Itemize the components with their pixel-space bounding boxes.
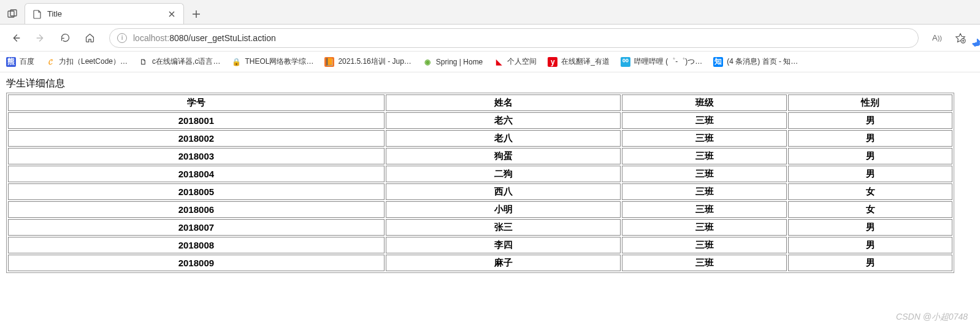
bookmark-label: 哔哩哔哩 (゜-゜)つ… — [634, 56, 702, 67]
browser-nav-bar: i localhost:8080/user_getStuList.action … — [0, 25, 980, 52]
page-title: 学生详细信息 — [6, 77, 974, 90]
bookmark-label: THEOL网络教学综… — [245, 56, 313, 67]
bookmark-favicon-icon: ◉ — [423, 57, 432, 67]
bookmark-label: 个人空间 — [507, 56, 537, 67]
table-cell: 小明 — [386, 201, 621, 218]
bookmark-item[interactable]: 知(4 条消息) 首页 - 知… — [713, 56, 798, 67]
url-text: localhost:8080/user_getStuList.action — [133, 33, 911, 43]
table-cell: 三班 — [622, 112, 787, 129]
bookmark-favicon-icon: 知 — [713, 57, 723, 67]
table-header-cell: 班级 — [622, 94, 787, 111]
table-row: 2018001老六三班男 — [8, 112, 952, 129]
table-cell: 三班 — [622, 219, 787, 236]
table-cell: 二狗 — [386, 166, 621, 182]
table-cell: 男 — [788, 219, 953, 236]
table-cell: 三班 — [622, 237, 787, 253]
table-cell: 老八 — [386, 130, 621, 147]
favorites-button[interactable] — [951, 28, 970, 48]
back-button[interactable] — [5, 27, 27, 49]
table-cell: 2018003 — [8, 148, 385, 164]
table-row: 2018007张三三班男 — [8, 219, 952, 236]
table-cell: 2018008 — [8, 237, 385, 253]
table-cell: 2018007 — [8, 219, 385, 236]
table-cell: 男 — [788, 255, 953, 271]
table-cell: 李四 — [386, 237, 621, 253]
bookmark-favicon-icon: 📙 — [324, 57, 334, 67]
table-header-cell: 性别 — [788, 94, 953, 111]
table-cell: 男 — [788, 166, 953, 182]
bookmark-item[interactable]: 熊百度 — [6, 56, 34, 67]
tab-overview-button[interactable] — [0, 4, 25, 24]
bookmark-favicon-icon: ⁰⁰ — [621, 57, 630, 67]
home-button[interactable] — [78, 27, 101, 49]
site-info-icon[interactable]: i — [117, 33, 127, 43]
bookmark-item[interactable]: ⁰⁰哔哩哔哩 (゜-゜)つ… — [621, 56, 702, 67]
bookmark-label: Spring | Home — [436, 58, 483, 66]
table-cell: 男 — [788, 130, 953, 147]
table-cell: 男 — [788, 237, 953, 253]
bookmark-label: c在线编译器,c语言… — [152, 56, 220, 67]
table-row: 2018005西八三班女 — [8, 183, 952, 200]
table-cell: 老六 — [386, 112, 621, 129]
bookmark-item[interactable]: ◣个人空间 — [494, 56, 537, 67]
table-cell: 2018005 — [8, 183, 385, 200]
table-cell: 2018001 — [8, 112, 385, 129]
bookmark-label: (4 条消息) 首页 - 知… — [727, 56, 798, 67]
table-cell: 女 — [788, 183, 953, 200]
bookmark-label: 在线翻译_有道 — [561, 56, 610, 67]
table-row: 2018008李四三班男 — [8, 237, 952, 253]
bookmark-label: 百度 — [20, 56, 34, 67]
tab-close-button[interactable] — [166, 9, 177, 20]
bookmark-item[interactable]: 🔒THEOL网络教学综… — [231, 56, 313, 67]
table-cell: 2018004 — [8, 166, 385, 182]
watermark: CSDN @小超0748 — [896, 312, 968, 323]
student-table: 学号姓名班级性别 2018001老六三班男2018002老八三班男2018003… — [6, 93, 954, 273]
bookmark-favicon-icon: 𝓒 — [45, 57, 55, 67]
table-cell: 男 — [788, 148, 953, 164]
bookmark-item[interactable]: 𝓒力扣（LeetCode）… — [45, 56, 128, 67]
bookmark-item[interactable]: y在线翻译_有道 — [548, 56, 610, 67]
refresh-button[interactable] — [54, 27, 76, 49]
bookmark-label: 2021.5.16培训 - Jup… — [338, 56, 411, 67]
sidebar-peek-icon[interactable] — [971, 31, 980, 55]
bookmark-favicon-icon: 🗋 — [139, 57, 148, 67]
address-bar[interactable]: i localhost:8080/user_getStuList.action — [109, 28, 919, 48]
table-cell: 三班 — [622, 255, 787, 271]
table-cell: 狗蛋 — [386, 148, 621, 164]
bookmark-favicon-icon: 🔒 — [231, 57, 241, 67]
table-cell: 三班 — [622, 130, 787, 147]
table-header-cell: 学号 — [8, 94, 385, 111]
table-cell: 男 — [788, 112, 953, 129]
table-cell: 2018002 — [8, 130, 385, 147]
bookmark-favicon-icon: ◣ — [494, 57, 503, 67]
bookmark-item[interactable]: ◉Spring | Home — [423, 57, 483, 67]
bookmarks-bar: 熊百度𝓒力扣（LeetCode）…🗋c在线编译器,c语言…🔒THEOL网络教学综… — [0, 52, 980, 72]
table-row: 2018004二狗三班男 — [8, 166, 952, 182]
bookmark-item[interactable]: 📙2021.5.16培训 - Jup… — [324, 56, 411, 67]
table-cell: 三班 — [622, 166, 787, 182]
table-row: 2018003狗蛋三班男 — [8, 148, 952, 164]
table-cell: 三班 — [622, 148, 787, 164]
table-cell: 西八 — [386, 183, 621, 200]
browser-tab-active[interactable]: Title — [25, 3, 184, 24]
bookmark-favicon-icon: y — [548, 57, 557, 67]
browser-title-bar: Title — [0, 0, 980, 25]
bookmark-label: 力扣（LeetCode）… — [59, 56, 128, 67]
bookmark-item[interactable]: 🗋c在线编译器,c语言… — [139, 56, 220, 67]
table-row: 2018006小明三班女 — [8, 201, 952, 218]
page-content: 学生详细信息 学号姓名班级性别 2018001老六三班男2018002老八三班男… — [0, 72, 980, 278]
forward-button[interactable] — [29, 27, 52, 49]
table-cell: 2018009 — [8, 255, 385, 271]
tab-title: Title — [47, 9, 161, 18]
table-row: 2018009麻子三班男 — [8, 255, 952, 271]
table-cell: 三班 — [622, 183, 787, 200]
table-header-cell: 姓名 — [386, 94, 621, 111]
table-cell: 麻子 — [386, 255, 621, 271]
table-cell: 2018006 — [8, 201, 385, 218]
nav-right-controls: A)) — [927, 28, 975, 48]
read-aloud-button[interactable]: A)) — [927, 28, 947, 48]
new-tab-button[interactable] — [186, 4, 206, 24]
table-cell: 三班 — [622, 201, 787, 218]
bookmark-favicon-icon: 熊 — [6, 57, 16, 67]
table-row: 2018002老八三班男 — [8, 130, 952, 147]
